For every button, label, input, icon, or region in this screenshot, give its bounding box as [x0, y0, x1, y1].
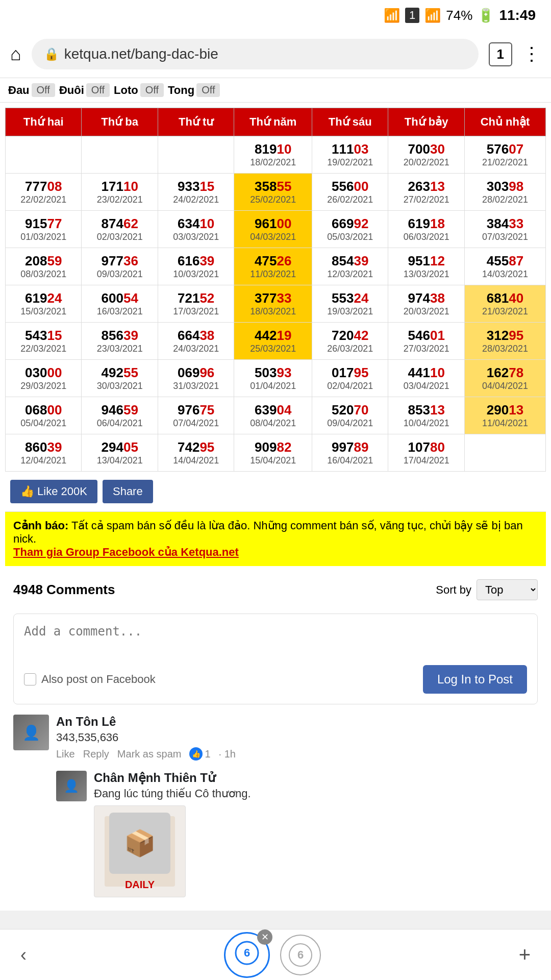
table-cell: 70030 20/02/2021	[388, 136, 464, 174]
like-number: 1	[205, 748, 210, 760]
status-bar: 📶 1 📶 74% 🔋 11:49	[0, 0, 551, 31]
table-cell: 66438 24/03/2021	[158, 323, 234, 360]
logo-icon: 6	[234, 940, 260, 969]
comments-header: 4948 Comments Sort by Top Newest	[13, 574, 538, 605]
table-cell: 97736 09/03/2021	[82, 248, 158, 285]
table-row: 20859 08/03/2021 97736 09/03/2021 61639 …	[6, 248, 546, 285]
table-cell: 49255 30/03/2021	[82, 360, 158, 397]
col-thu-sau: Thứ sáu	[312, 108, 388, 136]
filter-dau-toggle[interactable]: Off	[32, 83, 55, 97]
svg-text:6: 6	[297, 948, 304, 961]
like-button[interactable]: 👍 Like 200K	[10, 480, 97, 503]
table-cell: 55600 26/02/2021	[312, 174, 388, 211]
home-button[interactable]: ⌂	[10, 43, 21, 65]
logo-circle-primary[interactable]: ✕ 6	[224, 932, 270, 978]
bottom-nav: ‹ ✕ 6 6 +	[0, 929, 551, 980]
comments-section: 4948 Comments Sort by Top Newest Also po…	[5, 566, 546, 905]
table-cell: 20859 08/03/2021	[6, 248, 82, 285]
table-row: 86039 12/04/2021 29405 13/04/2021 74295 …	[6, 434, 546, 472]
table-cell: 90982 15/04/2021	[234, 434, 312, 472]
table-cell: 55324 19/03/2021	[312, 285, 388, 323]
sort-select[interactable]: Top Newest	[477, 579, 538, 600]
also-post-label: Also post on Facebook	[41, 673, 156, 686]
commenter-name: An Tôn Lê	[56, 715, 116, 728]
like-action[interactable]: Like	[56, 748, 75, 760]
table-cell: 57607 21/02/2021	[464, 136, 545, 174]
table-cell: 77708 22/02/2021	[6, 174, 82, 211]
group-link[interactable]: Tham gia Group Facebook của Ketqua.net	[13, 546, 239, 558]
table-cell	[82, 136, 158, 174]
table-cell: 85639 23/03/2021	[82, 323, 158, 360]
share-button[interactable]: Share	[103, 480, 153, 503]
col-thu-bay: Thứ bảy	[388, 108, 464, 136]
table-cell-gold: 16278 04/04/2021	[464, 360, 545, 397]
filter-loto[interactable]: Loto Off	[114, 83, 164, 97]
table-cell: 50393 01/04/2021	[234, 360, 312, 397]
table-cell	[464, 434, 545, 472]
table-cell: 72042 26/03/2021	[312, 323, 388, 360]
reply-action[interactable]: Reply	[83, 748, 109, 760]
address-bar[interactable]: 🔒 ketqua.net/bang-dac-bie	[32, 39, 479, 69]
table-cell: 01795 02/04/2021	[312, 360, 388, 397]
table-cell: 81910 18/02/2021	[234, 136, 312, 174]
table-cell: 85439 12/03/2021	[312, 248, 388, 285]
table-row: 91577 01/03/2021 87462 02/03/2021 63410 …	[6, 211, 546, 248]
table-cell-highlighted: 44219 25/03/2021	[234, 323, 312, 360]
table-cell: 97438 20/03/2021	[388, 285, 464, 323]
comment-meta: Like Reply Mark as spam 👍 1 · 1h	[56, 747, 538, 761]
table-cell: 10780 17/04/2021	[388, 434, 464, 472]
spam-action[interactable]: Mark as spam	[117, 748, 182, 760]
wifi-icon: 📶	[384, 8, 400, 23]
table-cell-gold: 31295 28/03/2021	[464, 323, 545, 360]
table-cell: 87462 02/03/2021	[82, 211, 158, 248]
battery-text: 74%	[446, 8, 472, 23]
table-cell	[6, 136, 82, 174]
col-thu-ba: Thứ ba	[82, 108, 158, 136]
col-thu-tu: Thứ tư	[158, 108, 234, 136]
table-cell-gold: 68140 21/03/2021	[464, 285, 545, 323]
table-cell: 63904 08/04/2021	[234, 397, 312, 434]
filter-tong[interactable]: Tong Off	[168, 83, 220, 97]
tab-count[interactable]: 1	[489, 42, 512, 66]
comment-input[interactable]	[24, 624, 527, 655]
login-to-post-button[interactable]: Log In to Post	[423, 665, 527, 694]
table-cell: 97675 07/04/2021	[158, 397, 234, 434]
table-cell: 26313 27/02/2021	[388, 174, 464, 211]
logo-circle-secondary[interactable]: 6	[280, 935, 321, 975]
menu-button[interactable]: ⋮	[522, 43, 541, 65]
col-chu-nhat: Chủ nhật	[464, 108, 545, 136]
table-cell: 94659 06/04/2021	[82, 397, 158, 434]
filter-tong-toggle[interactable]: Off	[196, 83, 220, 97]
plus-button[interactable]: +	[519, 943, 531, 966]
table-cell	[158, 136, 234, 174]
warning-text: Cảnh báo: Tất cả spam bán số đều là lừa …	[13, 519, 538, 546]
table-cell: 74295 14/04/2021	[158, 434, 234, 472]
table-cell-highlighted: 37733 18/03/2021	[234, 285, 312, 323]
col-thu-nam: Thứ năm	[234, 108, 312, 136]
table-cell: 38433 07/03/2021	[464, 211, 545, 248]
filter-duoi-toggle[interactable]: Off	[86, 83, 110, 97]
sort-section: Sort by Top Newest	[436, 579, 538, 600]
table-row: 81910 18/02/2021 11103 19/02/2021 70030 …	[6, 136, 546, 174]
battery-icon: 🔋	[478, 8, 494, 23]
table-cell: 61918 06/03/2021	[388, 211, 464, 248]
sub-comment-body: Chân Mệnh Thiên Tử Đang lúc túng thiếu C…	[94, 771, 538, 897]
filter-loto-toggle[interactable]: Off	[140, 83, 164, 97]
close-icon[interactable]: ✕	[257, 929, 272, 945]
package-image: 📦 DAILY	[94, 805, 186, 897]
table-cell: 54315 22/03/2021	[6, 323, 82, 360]
also-post: Also post on Facebook	[24, 673, 156, 686]
comment-actions: Also post on Facebook Log In to Post	[24, 665, 527, 694]
back-button[interactable]: ‹	[20, 944, 27, 966]
filter-dau[interactable]: Đau Off	[8, 83, 55, 97]
table-cell: 66992 05/03/2021	[312, 211, 388, 248]
table-cell: 91577 01/03/2021	[6, 211, 82, 248]
table-cell: 63410 03/03/2021	[158, 211, 234, 248]
filter-duoi[interactable]: Đuôi Off	[59, 83, 110, 97]
table-cell: 54601 27/03/2021	[388, 323, 464, 360]
sub-avatar: 👤	[56, 771, 87, 801]
table-cell: 72152 17/03/2021	[158, 285, 234, 323]
also-post-checkbox[interactable]	[24, 673, 36, 685]
table-cell: 61924 15/03/2021	[6, 285, 82, 323]
filter-bar: Đau Off Đuôi Off Loto Off Tong Off	[0, 78, 551, 103]
